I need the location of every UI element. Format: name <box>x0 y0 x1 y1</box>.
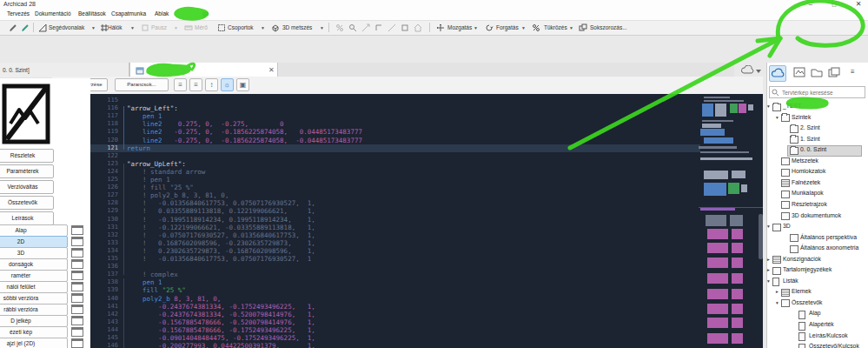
toolbar-label-r2[interactable]: Tükrözés <box>544 24 567 30</box>
dropdown-arrow-icon[interactable]: ▼ <box>521 25 526 30</box>
mirror-icon[interactable] <box>532 23 540 32</box>
script-section-7[interactable]: rábbi verzióra <box>0 304 68 316</box>
script-section-4[interactable]: raméter <box>0 270 68 282</box>
open-window-icon[interactable]: ▣ <box>236 78 249 91</box>
toolbar-label-r1[interactable]: Forgatás <box>496 24 519 30</box>
dropdown-arrow-icon[interactable]: ▼ <box>569 25 573 30</box>
set-square-icon[interactable] <box>38 23 47 32</box>
maximize-button[interactable]: ▢ <box>827 0 841 9</box>
script-section-2[interactable]: 3D <box>0 247 68 259</box>
zoom-icon[interactable] <box>348 23 357 32</box>
open-window-icon[interactable] <box>71 338 83 348</box>
tree-row[interactable]: ▾3D <box>767 222 868 232</box>
dropdown-arrow-icon[interactable]: ▼ <box>130 25 135 30</box>
cutaway-icon[interactable] <box>271 23 280 32</box>
tree-expander-icon[interactable]: ▾ <box>776 300 779 305</box>
ruler-icon[interactable] <box>184 23 193 32</box>
tree-expander-icon[interactable]: ▾ <box>767 224 770 229</box>
open-window-icon[interactable] <box>71 316 83 325</box>
tree-row[interactable]: 0. 0. Szint <box>767 145 868 156</box>
tree-row[interactable]: ▸Tartalomjegyzékek <box>767 265 868 276</box>
script-section-6[interactable]: söbbi verzióra <box>0 292 68 304</box>
dropdown-arrow-icon[interactable]: ▼ <box>91 25 96 30</box>
tree-row[interactable]: ▾Listák <box>767 277 868 287</box>
open-window-icon[interactable] <box>71 293 83 303</box>
line-icon[interactable] <box>388 23 396 32</box>
teamwork-cloud-icon[interactable] <box>740 65 761 76</box>
tree-row[interactable]: 3D dokumentumok <box>767 211 868 222</box>
tree-row[interactable]: Alap <box>767 309 868 319</box>
minimap-scrollbar[interactable] <box>759 214 763 259</box>
rotate-icon[interactable] <box>485 23 494 32</box>
publisher-icon[interactable] <box>826 65 842 80</box>
dropdown-arrow-icon[interactable]: ▼ <box>320 25 324 30</box>
open-window-icon[interactable] <box>71 248 83 258</box>
minimap[interactable] <box>695 94 763 348</box>
groups-icon[interactable] <box>217 23 226 32</box>
tree-row[interactable]: Falnézetek <box>767 178 868 189</box>
tree-row[interactable]: 1. Szint <box>767 135 868 145</box>
tree-expander-icon[interactable]: ▾ <box>767 104 770 109</box>
tree-row[interactable]: Általános axonometria <box>767 244 868 254</box>
tree-row[interactable]: Homlokzatok <box>767 167 868 177</box>
menu-item-0[interactable]: Tervezés <box>7 10 30 17</box>
open-window-icon[interactable] <box>71 282 83 291</box>
magic-pencil-icon[interactable] <box>21 23 30 32</box>
tree-row-obscured[interactable]: ▾_TEST <box>767 102 868 112</box>
menu-item-hidden-sugo[interactable]: gó <box>202 10 209 17</box>
toolbar-label-2[interactable]: Pausz <box>151 24 167 30</box>
search-input[interactable] <box>780 87 865 97</box>
corner-icon[interactable] <box>374 23 383 32</box>
script-section-8[interactable]: D jelkép <box>0 315 68 327</box>
menu-item-4[interactable]: Ablak <box>155 10 169 17</box>
tab-gdl-editor[interactable]: ✕ <box>129 63 278 77</box>
script-section-3[interactable]: donságok <box>0 258 68 271</box>
tree-row[interactable]: ▸Elemek <box>767 287 868 298</box>
toolbar-label-0[interactable]: Segédvonalak <box>49 24 84 30</box>
sidebar-button-3[interactable]: Összetevők <box>0 196 54 210</box>
tree-row[interactable]: Általános perspektíva <box>767 233 868 244</box>
script-section-9[interactable]: ézeti kép <box>0 326 68 338</box>
menu-item-2[interactable]: Beállítások <box>78 10 106 17</box>
gdl-script-editor[interactable]: 115116"arrow_Left":117 pen 1118 line2 0.… <box>90 94 763 348</box>
open-window-icon[interactable] <box>71 304 83 314</box>
outline-icon[interactable]: ≡ <box>189 78 202 91</box>
project-map-tab-icon[interactable] <box>769 65 786 82</box>
layout-book-icon[interactable] <box>809 65 825 80</box>
wrap-icon[interactable]: ↕ <box>205 78 218 91</box>
toolbar-label-1[interactable]: Hálók <box>108 24 123 30</box>
view-map-icon[interactable] <box>792 65 807 80</box>
toolbar-label-4[interactable]: Csoportok <box>228 24 254 30</box>
tree-row[interactable]: ▸Konszignációk <box>767 255 868 265</box>
toolbar-label-3[interactable]: Mérő <box>195 24 208 30</box>
script-section-5[interactable]: nálói felület <box>0 281 68 293</box>
toolbar-label-5[interactable]: 3D metszés <box>282 24 312 30</box>
sidebar-button-2[interactable]: Verzióváltás <box>0 180 54 194</box>
tree-expander-icon[interactable]: ▸ <box>776 289 779 294</box>
toolbar-label-r3[interactable]: Sokszorozás... <box>590 24 627 30</box>
script-section-1[interactable]: 2D <box>0 236 68 248</box>
stretch-icon[interactable] <box>361 23 370 32</box>
tree-row[interactable]: ▾Összetevők <box>767 298 868 309</box>
tree-row[interactable]: 2. Szint <box>767 124 868 134</box>
trace-icon[interactable] <box>141 23 149 32</box>
tree-row[interactable]: Metszetek <box>767 157 868 167</box>
tree-row[interactable]: Munkalapok <box>767 189 868 199</box>
open-window-icon[interactable] <box>71 271 83 280</box>
dropdown-arrow-icon[interactable]: ▼ <box>474 25 478 30</box>
tab-close-icon[interactable]: ✕ <box>268 66 275 74</box>
panel-menu-icon[interactable]: ≡ <box>851 68 855 76</box>
open-window-icon[interactable] <box>71 259 83 269</box>
minimize-button[interactable]: – <box>804 0 818 9</box>
pencil-icon[interactable] <box>9 23 17 32</box>
tree-expander-icon[interactable]: ▾ <box>767 278 770 284</box>
highlight-icon[interactable]: ☼ <box>221 78 234 91</box>
dropdown-arrow-icon[interactable]: ▼ <box>261 25 265 30</box>
tab-floorplan[interactable]: 0. 0. Szint] <box>0 63 129 77</box>
menu-item-1[interactable]: Dokumentáció <box>35 10 71 17</box>
multiply-icon[interactable] <box>579 23 587 32</box>
tree-expander-icon[interactable]: ▸ <box>767 257 770 262</box>
script-section-10[interactable]: ajzi jel (2D) <box>0 338 68 348</box>
tree-row[interactable]: Alapérték <box>767 320 868 331</box>
commands-button[interactable]: Parancsok... <box>115 78 169 91</box>
